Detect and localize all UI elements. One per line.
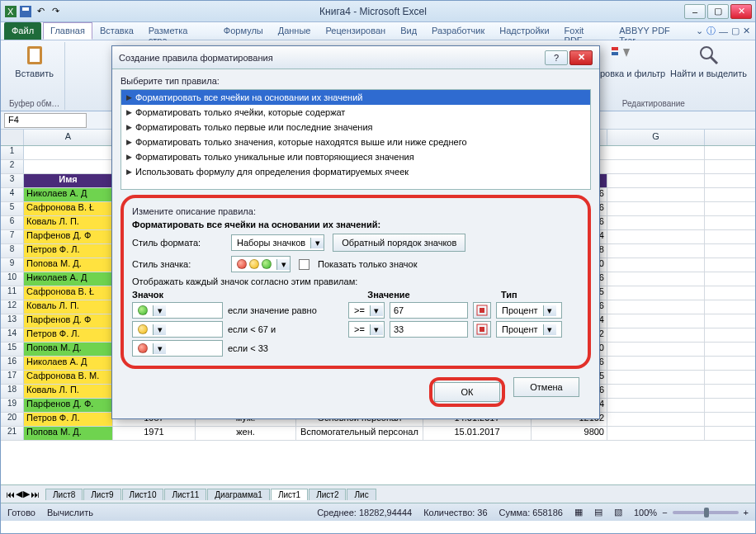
- cell[interactable]: Петров Ф. Л.: [24, 413, 113, 426]
- zoom-out-icon[interactable]: −: [662, 508, 667, 517]
- cell[interactable]: Коваль Л. П.: [24, 385, 113, 398]
- cell[interactable]: [607, 399, 705, 412]
- tab-nav-next-icon[interactable]: ▶: [23, 489, 30, 499]
- cell[interactable]: Парфенов Д. Ф: [24, 314, 113, 328]
- tab-formulas[interactable]: Формулы: [216, 22, 271, 40]
- type-combo-2[interactable]: Процент▾: [496, 321, 562, 338]
- format-style-combo[interactable]: Наборы значков▾: [231, 234, 324, 251]
- cell[interactable]: [607, 427, 705, 440]
- cell[interactable]: Коваль Л. П.: [24, 216, 113, 229]
- cell[interactable]: Парфенов Д. Ф: [24, 230, 113, 243]
- sheet-tab[interactable]: Лист9: [83, 489, 120, 500]
- dialog-close-button[interactable]: ✕: [569, 50, 593, 65]
- select-all-corner[interactable]: [1, 130, 24, 145]
- rule-type-item[interactable]: ▶Форматировать только первые или последн…: [121, 120, 590, 135]
- tab-abbyy[interactable]: ABBYY PDF Trar: [612, 22, 696, 40]
- find-select-button[interactable]: Найти и выделить: [670, 44, 747, 78]
- row-header[interactable]: 18: [1, 385, 24, 398]
- cell[interactable]: Попова М. Д.: [24, 258, 113, 272]
- row-header[interactable]: 19: [1, 399, 24, 412]
- minimize-button[interactable]: –: [684, 4, 706, 19]
- tab-developer[interactable]: Разработчик: [424, 22, 492, 40]
- cell[interactable]: жен.: [196, 427, 296, 440]
- wb-close-icon[interactable]: ✕: [743, 26, 750, 36]
- undo-icon[interactable]: ↶: [34, 5, 47, 18]
- tab-layout[interactable]: Разметка стра: [141, 22, 216, 40]
- row-header[interactable]: 8: [1, 244, 24, 258]
- range-picker-icon[interactable]: [473, 302, 491, 319]
- cell[interactable]: Парфенов Д. Ф.: [24, 399, 113, 412]
- cell[interactable]: Попова М. Д.: [24, 343, 113, 356]
- tab-insert[interactable]: Вставка: [92, 22, 141, 40]
- sheet-tab[interactable]: Лист11: [164, 489, 206, 500]
- sheet-tab[interactable]: Диаграмма1: [207, 489, 270, 500]
- maximize-button[interactable]: ▢: [707, 4, 729, 19]
- row-header[interactable]: 20: [1, 413, 24, 426]
- save-icon[interactable]: [19, 5, 32, 18]
- cell[interactable]: Сафронова В. Ł: [24, 286, 113, 300]
- reverse-order-button[interactable]: Обратный порядок значков: [333, 234, 465, 252]
- ribbon-chevron-icon[interactable]: ⌄: [696, 26, 703, 36]
- rule-type-item[interactable]: ▶Форматировать все ячейки на основании и…: [121, 90, 590, 105]
- icon-combo-1[interactable]: ▾: [132, 302, 223, 319]
- cell[interactable]: [607, 385, 705, 398]
- dialog-titlebar[interactable]: Создание правила форматирования ? ✕: [112, 46, 599, 69]
- value-input-1[interactable]: [390, 302, 468, 319]
- cell[interactable]: Сафронова В. Ł: [24, 202, 113, 215]
- name-box[interactable]: F4: [4, 113, 87, 128]
- tab-nav-last-icon[interactable]: ⏭: [31, 489, 40, 499]
- cell[interactable]: [607, 413, 705, 426]
- cell[interactable]: Николаев А. Д: [24, 357, 113, 370]
- redo-icon[interactable]: ↷: [49, 5, 62, 18]
- row-header[interactable]: 16: [1, 357, 24, 370]
- row-header[interactable]: 21: [1, 427, 24, 440]
- tab-nav-first-icon[interactable]: ⏮: [6, 489, 15, 499]
- row-header[interactable]: 12: [1, 300, 24, 314]
- rule-type-item[interactable]: ▶Форматировать только значения, которые …: [121, 135, 590, 149]
- row-header[interactable]: 15: [1, 343, 24, 356]
- rule-type-item[interactable]: ▶Использовать формулу для определения фо…: [121, 164, 590, 179]
- col-header-g[interactable]: G: [607, 130, 705, 145]
- tab-nav-prev-icon[interactable]: ◀: [16, 489, 22, 499]
- icon-combo-3[interactable]: ▾: [132, 340, 223, 357]
- cell[interactable]: 1971: [113, 427, 196, 440]
- wb-restore-icon[interactable]: ▢: [731, 26, 739, 36]
- row-header[interactable]: 10: [1, 272, 24, 286]
- cell[interactable]: Петров Ф. Л.: [24, 244, 113, 258]
- type-combo-1[interactable]: Процент▾: [496, 302, 562, 319]
- help-icon[interactable]: ⓘ: [706, 25, 716, 37]
- col-header-a[interactable]: A: [24, 130, 113, 145]
- view-normal-icon[interactable]: ▦: [574, 507, 583, 517]
- cancel-button[interactable]: Отмена: [513, 377, 579, 397]
- view-layout-icon[interactable]: ▤: [594, 507, 602, 517]
- row-header[interactable]: 14: [1, 328, 24, 342]
- show-icon-only-checkbox[interactable]: [299, 259, 309, 270]
- rule-type-list[interactable]: ▶Форматировать все ячейки на основании и…: [120, 89, 591, 190]
- cell[interactable]: Николаев А. Д: [24, 272, 113, 286]
- tab-file[interactable]: Файл: [4, 22, 41, 40]
- cell[interactable]: 9800: [532, 427, 607, 440]
- row-header[interactable]: 9: [1, 258, 24, 272]
- row-header[interactable]: 6: [1, 216, 24, 229]
- rule-type-item[interactable]: ▶Форматировать только уникальные или пов…: [121, 149, 590, 164]
- tab-home[interactable]: Главная: [43, 22, 92, 40]
- icon-style-combo[interactable]: ▾: [231, 256, 291, 272]
- wb-minimize-icon[interactable]: —: [719, 26, 728, 36]
- dialog-help-button[interactable]: ?: [545, 50, 568, 65]
- row-header[interactable]: 5: [1, 202, 24, 215]
- sheet-tab[interactable]: Лист8: [45, 489, 83, 500]
- paste-button[interactable]: Вставить: [9, 44, 59, 78]
- sheet-tab[interactable]: Лист2: [309, 489, 346, 500]
- table-header[interactable]: Имя: [24, 174, 113, 187]
- row-header[interactable]: 4: [1, 188, 24, 201]
- icon-combo-2[interactable]: ▾: [132, 321, 223, 338]
- cell[interactable]: Вспомогательный персонал: [296, 427, 423, 440]
- ok-button[interactable]: ОК: [434, 382, 500, 402]
- operator-combo-1[interactable]: >=▾: [348, 302, 385, 319]
- cell[interactable]: 15.01.2017: [423, 427, 532, 440]
- view-break-icon[interactable]: ▧: [614, 507, 622, 517]
- sheet-tab[interactable]: Лис: [347, 489, 376, 500]
- operator-combo-2[interactable]: >=▾: [348, 321, 385, 338]
- row-header[interactable]: 17: [1, 371, 24, 384]
- cell[interactable]: Петров Ф. Л.: [24, 328, 113, 342]
